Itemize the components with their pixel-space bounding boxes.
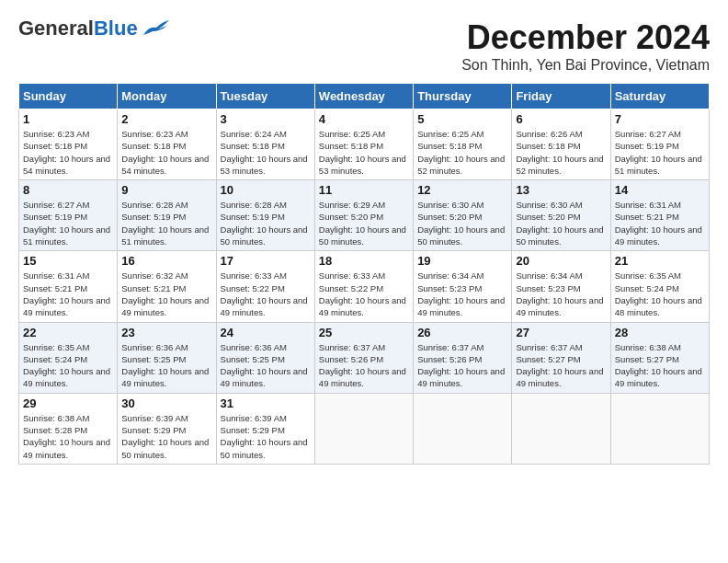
day-info: Sunrise: 6:37 AMSunset: 5:27 PMDaylight:…: [516, 341, 606, 390]
logo-blue: Blue: [94, 17, 138, 40]
calendar-cell: 19Sunrise: 6:34 AMSunset: 5:23 PMDayligh…: [414, 251, 512, 322]
day-number: 10: [221, 183, 311, 197]
calendar-cell: [414, 393, 512, 464]
day-info: Sunrise: 6:34 AMSunset: 5:23 PMDaylight:…: [417, 270, 507, 318]
day-number: 6: [516, 112, 606, 126]
logo: GeneralBlue: [18, 18, 171, 39]
calendar-cell: 25Sunrise: 6:37 AMSunset: 5:26 PMDayligh…: [314, 322, 413, 393]
day-number: 21: [615, 254, 705, 268]
day-number: 4: [319, 112, 409, 126]
day-info: Sunrise: 6:31 AMSunset: 5:21 PMDaylight:…: [23, 270, 113, 318]
logo-bird-icon: [142, 18, 171, 39]
day-info: Sunrise: 6:34 AMSunset: 5:23 PMDaylight:…: [516, 270, 606, 318]
day-info: Sunrise: 6:39 AMSunset: 5:29 PMDaylight:…: [121, 412, 211, 461]
calendar-cell: 16Sunrise: 6:32 AMSunset: 5:21 PMDayligh…: [118, 251, 216, 322]
calendar-cell: 18Sunrise: 6:33 AMSunset: 5:22 PMDayligh…: [314, 251, 413, 322]
day-info: Sunrise: 6:30 AMSunset: 5:20 PMDaylight:…: [417, 199, 507, 247]
day-number: 2: [121, 112, 211, 126]
calendar-cell: 21Sunrise: 6:35 AMSunset: 5:24 PMDayligh…: [610, 251, 709, 322]
day-number: 17: [221, 254, 311, 268]
day-number: 29: [23, 396, 113, 410]
day-number: 15: [23, 254, 113, 268]
calendar-cell: 27Sunrise: 6:37 AMSunset: 5:27 PMDayligh…: [512, 322, 610, 393]
day-info: Sunrise: 6:39 AMSunset: 5:29 PMDaylight:…: [221, 412, 311, 461]
calendar-cell: [610, 393, 709, 464]
logo-text: GeneralBlue: [18, 18, 138, 39]
calendar-cell: 28Sunrise: 6:38 AMSunset: 5:27 PMDayligh…: [610, 322, 709, 393]
day-number: 16: [121, 254, 211, 268]
day-number: 27: [516, 326, 606, 339]
day-number: 12: [417, 183, 507, 197]
day-info: Sunrise: 6:33 AMSunset: 5:22 PMDaylight:…: [221, 270, 311, 318]
calendar-cell: 9Sunrise: 6:28 AMSunset: 5:19 PMDaylight…: [118, 180, 216, 251]
calendar-cell: 7Sunrise: 6:27 AMSunset: 5:19 PMDaylight…: [610, 109, 709, 180]
weekday-header-row: SundayMondayTuesdayWednesdayThursdayFrid…: [19, 84, 710, 109]
calendar-cell: 6Sunrise: 6:26 AMSunset: 5:18 PMDaylight…: [512, 109, 610, 180]
month-title: December 2024: [461, 18, 710, 57]
logo-general: General: [18, 17, 94, 40]
day-number: 5: [417, 112, 507, 126]
day-info: Sunrise: 6:36 AMSunset: 5:25 PMDaylight:…: [121, 341, 211, 390]
calendar-cell: 23Sunrise: 6:36 AMSunset: 5:25 PMDayligh…: [118, 322, 216, 393]
calendar-week-row: 22Sunrise: 6:35 AMSunset: 5:24 PMDayligh…: [19, 322, 710, 393]
weekday-header: Wednesday: [314, 84, 413, 109]
day-number: 13: [516, 183, 606, 197]
day-info: Sunrise: 6:23 AMSunset: 5:18 PMDaylight:…: [23, 128, 113, 177]
day-info: Sunrise: 6:35 AMSunset: 5:24 PMDaylight:…: [615, 270, 705, 318]
day-info: Sunrise: 6:38 AMSunset: 5:27 PMDaylight:…: [615, 341, 705, 390]
day-number: 31: [221, 396, 311, 410]
day-number: 24: [221, 326, 311, 339]
day-number: 22: [23, 326, 113, 339]
day-info: Sunrise: 6:23 AMSunset: 5:18 PMDaylight:…: [121, 128, 211, 177]
calendar-week-row: 29Sunrise: 6:38 AMSunset: 5:28 PMDayligh…: [19, 393, 710, 464]
calendar-cell: 10Sunrise: 6:28 AMSunset: 5:19 PMDayligh…: [216, 180, 314, 251]
day-info: Sunrise: 6:24 AMSunset: 5:18 PMDaylight:…: [221, 128, 311, 177]
day-number: 20: [516, 254, 606, 268]
calendar-week-row: 1Sunrise: 6:23 AMSunset: 5:18 PMDaylight…: [19, 109, 710, 180]
day-number: 18: [319, 254, 409, 268]
day-info: Sunrise: 6:26 AMSunset: 5:18 PMDaylight:…: [516, 128, 606, 177]
day-number: 9: [121, 183, 211, 197]
day-number: 26: [417, 326, 507, 339]
day-number: 25: [319, 326, 409, 339]
day-info: Sunrise: 6:30 AMSunset: 5:20 PMDaylight:…: [516, 199, 606, 247]
title-section: December 2024 Son Thinh, Yen Bai Provinc…: [461, 18, 710, 74]
calendar-cell: 5Sunrise: 6:25 AMSunset: 5:18 PMDaylight…: [414, 109, 512, 180]
calendar-cell: 26Sunrise: 6:37 AMSunset: 5:26 PMDayligh…: [414, 322, 512, 393]
day-info: Sunrise: 6:37 AMSunset: 5:26 PMDaylight:…: [319, 341, 409, 390]
calendar-cell: 15Sunrise: 6:31 AMSunset: 5:21 PMDayligh…: [19, 251, 118, 322]
weekday-header: Monday: [118, 84, 216, 109]
calendar-cell: 13Sunrise: 6:30 AMSunset: 5:20 PMDayligh…: [512, 180, 610, 251]
day-info: Sunrise: 6:37 AMSunset: 5:26 PMDaylight:…: [417, 341, 507, 390]
calendar-cell: 24Sunrise: 6:36 AMSunset: 5:25 PMDayligh…: [216, 322, 314, 393]
day-number: 7: [615, 112, 705, 126]
calendar-cell: 4Sunrise: 6:25 AMSunset: 5:18 PMDaylight…: [314, 109, 413, 180]
calendar-cell: 1Sunrise: 6:23 AMSunset: 5:18 PMDaylight…: [19, 109, 118, 180]
day-number: 30: [121, 396, 211, 410]
day-info: Sunrise: 6:27 AMSunset: 5:19 PMDaylight:…: [23, 199, 113, 247]
day-info: Sunrise: 6:27 AMSunset: 5:19 PMDaylight:…: [615, 128, 705, 177]
day-info: Sunrise: 6:33 AMSunset: 5:22 PMDaylight:…: [319, 270, 409, 318]
calendar-cell: 8Sunrise: 6:27 AMSunset: 5:19 PMDaylight…: [19, 180, 118, 251]
day-number: 1: [23, 112, 113, 126]
day-info: Sunrise: 6:25 AMSunset: 5:18 PMDaylight:…: [417, 128, 507, 177]
day-number: 28: [615, 326, 705, 339]
header: GeneralBlue December 2024 Son Thinh, Yen…: [18, 18, 710, 74]
day-info: Sunrise: 6:35 AMSunset: 5:24 PMDaylight:…: [23, 341, 113, 390]
day-info: Sunrise: 6:31 AMSunset: 5:21 PMDaylight:…: [615, 199, 705, 247]
calendar-cell: 22Sunrise: 6:35 AMSunset: 5:24 PMDayligh…: [19, 322, 118, 393]
day-info: Sunrise: 6:28 AMSunset: 5:19 PMDaylight:…: [121, 199, 211, 247]
day-info: Sunrise: 6:29 AMSunset: 5:20 PMDaylight:…: [319, 199, 409, 247]
weekday-header: Thursday: [414, 84, 512, 109]
calendar-cell: 3Sunrise: 6:24 AMSunset: 5:18 PMDaylight…: [216, 109, 314, 180]
calendar-week-row: 8Sunrise: 6:27 AMSunset: 5:19 PMDaylight…: [19, 180, 710, 251]
calendar-cell: 17Sunrise: 6:33 AMSunset: 5:22 PMDayligh…: [216, 251, 314, 322]
day-info: Sunrise: 6:25 AMSunset: 5:18 PMDaylight:…: [319, 128, 409, 177]
weekday-header: Friday: [512, 84, 610, 109]
day-info: Sunrise: 6:32 AMSunset: 5:21 PMDaylight:…: [121, 270, 211, 318]
calendar: SundayMondayTuesdayWednesdayThursdayFrid…: [18, 83, 710, 465]
weekday-header: Tuesday: [216, 84, 314, 109]
calendar-cell: 2Sunrise: 6:23 AMSunset: 5:18 PMDaylight…: [118, 109, 216, 180]
day-info: Sunrise: 6:28 AMSunset: 5:19 PMDaylight:…: [221, 199, 311, 247]
day-info: Sunrise: 6:38 AMSunset: 5:28 PMDaylight:…: [23, 412, 113, 461]
